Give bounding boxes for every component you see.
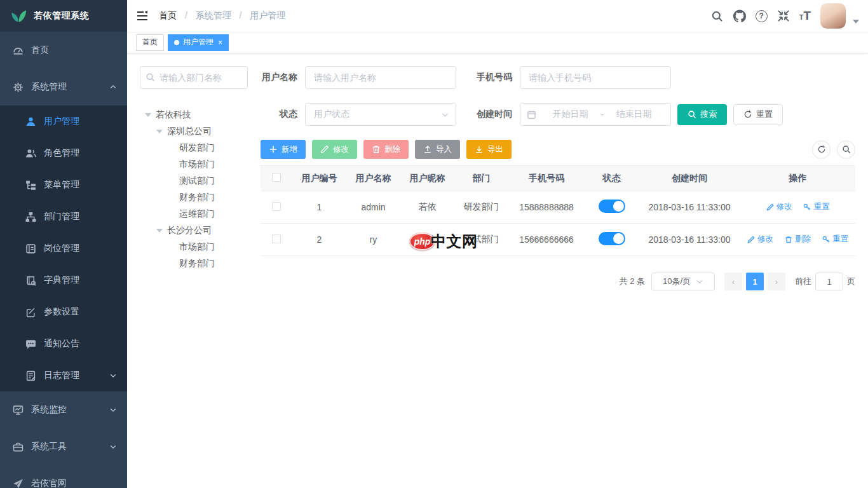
help-icon[interactable]: ?: [756, 10, 768, 22]
sidebar-item-posts[interactable]: 岗位管理: [0, 233, 127, 264]
prev-page-button[interactable]: ‹: [724, 273, 742, 290]
tree-node[interactable]: 财务部门: [140, 189, 248, 206]
tree-node[interactable]: 市场部门: [140, 156, 248, 173]
page-size-select[interactable]: 10条/页: [651, 273, 715, 290]
row-delete-link[interactable]: 删除: [785, 234, 811, 245]
col-status: 状态: [585, 166, 639, 191]
add-button[interactable]: 新增: [261, 140, 306, 159]
row-reset-pwd-link[interactable]: 重置: [803, 201, 829, 212]
users-table: 用户编号 用户名称 用户昵称 部门 手机号码 状态 创建时间 操作 1 adm: [261, 165, 855, 256]
fullscreen-icon[interactable]: [777, 10, 790, 22]
key-icon: [822, 236, 830, 243]
tree-node[interactable]: 市场部门: [140, 239, 248, 255]
header-search-icon[interactable]: [711, 10, 724, 22]
col-actions: 操作: [740, 166, 855, 191]
tree-node[interactable]: 运维部门: [140, 206, 248, 222]
delete-button[interactable]: 删除: [363, 140, 409, 159]
tree-node[interactable]: 研发部门: [140, 140, 248, 156]
chevron-up-icon: [109, 83, 117, 91]
tree-caret-icon[interactable]: [145, 113, 151, 117]
github-icon[interactable]: [733, 10, 746, 22]
breadcrumb: 首页 / 系统管理 / 用户管理: [159, 10, 285, 22]
tree-caret-icon[interactable]: [156, 229, 163, 233]
pencil-icon: [320, 145, 329, 154]
search-button[interactable]: 搜索: [677, 104, 727, 125]
dept-search-input[interactable]: [140, 66, 248, 89]
tree-node[interactable]: 长沙分公司: [140, 222, 248, 239]
page-suffix: 页: [847, 276, 855, 287]
phone-label: 手机号码: [475, 72, 520, 83]
sidebar-item-notice[interactable]: 通知公告: [0, 328, 127, 360]
export-button[interactable]: 导出: [466, 140, 512, 159]
user-icon: [25, 116, 36, 127]
row-checkbox[interactable]: [272, 234, 281, 243]
row-edit-link[interactable]: 修改: [766, 201, 792, 212]
sidebar-item-website[interactable]: 若依官网: [0, 465, 127, 488]
username-label: 用户名称: [261, 72, 305, 83]
breadcrumb-separator: /: [240, 10, 242, 20]
sidebar-item-menus[interactable]: 菜单管理: [0, 169, 127, 201]
sidebar-item-users[interactable]: 用户管理: [0, 105, 127, 137]
tree-node[interactable]: 若依科技: [140, 107, 248, 123]
date-range-picker[interactable]: 开始日期 - 结束日期: [520, 103, 671, 126]
table-header-row: 用户编号 用户名称 用户昵称 部门 手机号码 状态 创建时间 操作: [261, 166, 855, 191]
log-icon: [25, 370, 36, 381]
goto-page-input[interactable]: [815, 273, 843, 290]
edit-button[interactable]: 修改: [312, 140, 357, 159]
dashboard-icon: [13, 45, 24, 56]
tags-bar: 首页 用户管理 ×: [127, 32, 868, 53]
tree-node[interactable]: 深圳总公司: [140, 123, 248, 140]
tree-caret-icon[interactable]: [156, 130, 163, 133]
sidebar-item-monitor[interactable]: 系统监控: [0, 391, 127, 428]
sidebar-menu: 首页 系统管理 用户管理: [0, 32, 127, 488]
tree-node[interactable]: 测试部门: [140, 173, 248, 189]
sidebar-item-roles[interactable]: 角色管理: [0, 137, 127, 169]
select-all-checkbox[interactable]: [272, 173, 281, 182]
plus-icon: [269, 145, 278, 154]
monitor-icon: [13, 405, 24, 416]
import-button[interactable]: 导入: [415, 140, 460, 159]
app-logo[interactable]: 若依管理系统: [0, 0, 127, 32]
reset-button[interactable]: 重置: [733, 104, 783, 125]
row-reset-pwd-link[interactable]: 重置: [822, 234, 848, 245]
tree-node[interactable]: 财务部门: [140, 255, 248, 272]
font-size-icon[interactable]: TT: [799, 9, 811, 23]
table-toolbar: 新增 修改 删除 导入: [261, 140, 855, 159]
sidebar-item-depts[interactable]: 部门管理: [0, 201, 127, 233]
toggle-search-button[interactable]: [837, 140, 855, 159]
active-tab-dot: [174, 40, 179, 45]
col-phone: 手机号码: [508, 166, 585, 191]
user-avatar[interactable]: [820, 3, 846, 29]
chevron-down-icon: [109, 372, 117, 379]
tab-close-icon[interactable]: ×: [218, 39, 222, 46]
refresh-table-button[interactable]: [812, 140, 831, 159]
sidebar-item-home[interactable]: 首页: [0, 32, 127, 69]
trash-icon: [785, 236, 792, 243]
status-switch[interactable]: [599, 200, 625, 213]
pagination: 共 2 条 10条/页 ‹ 1 › 前往 页: [261, 273, 855, 290]
sidebar-item-system[interactable]: 系统管理: [0, 69, 127, 105]
pencil-icon: [766, 203, 774, 211]
sidebar-item-logs[interactable]: 日志管理: [0, 360, 127, 391]
sidebar-item-params[interactable]: 参数设置: [0, 296, 127, 328]
tool-icon: [13, 442, 24, 452]
start-date-placeholder: 开始日期: [540, 109, 600, 120]
sidebar-item-tools[interactable]: 系统工具: [0, 428, 127, 465]
breadcrumb-home[interactable]: 首页: [159, 10, 177, 20]
row-edit-link[interactable]: 修改: [747, 234, 773, 245]
username-input[interactable]: [305, 66, 456, 89]
sidebar-fold-icon[interactable]: [136, 10, 149, 22]
tab-user-management[interactable]: 用户管理 ×: [168, 34, 229, 51]
sidebar-item-dicts[interactable]: 字典管理: [0, 264, 127, 296]
tab-home[interactable]: 首页: [136, 34, 164, 51]
row-checkbox[interactable]: [272, 202, 281, 211]
page-number-1[interactable]: 1: [746, 273, 764, 290]
message-icon: [25, 339, 36, 349]
next-page-button[interactable]: ›: [768, 273, 785, 290]
status-switch[interactable]: [599, 232, 625, 245]
phone-input[interactable]: [520, 66, 671, 89]
col-nickname: 用户昵称: [400, 166, 454, 191]
status-select[interactable]: 用户状态: [305, 103, 456, 126]
status-label: 状态: [261, 109, 305, 120]
avatar-caret-icon[interactable]: [853, 20, 859, 24]
